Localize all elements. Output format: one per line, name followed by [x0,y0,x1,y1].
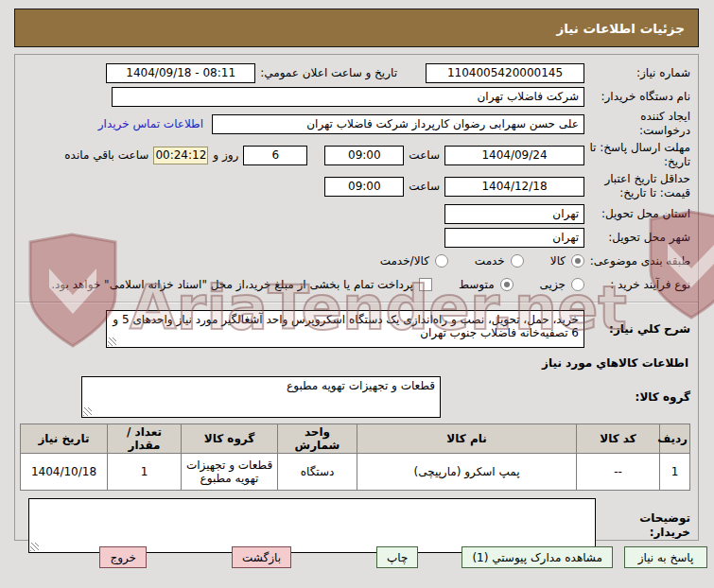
buyer-notes-label: توضیحات خریدار: [596,511,690,540]
cell-need-date: 1404/10/18 [21,454,108,491]
cell-product-code: -- [577,454,660,491]
row-request-creator: ایجاد کننده درخواست: اطلاعات تماس خریدار [23,110,690,138]
radio-service-label: خدمت [475,254,505,268]
page-title-text: جزئیات اطلاعات نیاز [556,21,685,36]
cell-product-name: پمپ اسکرو (مارپیچی) [357,454,577,491]
price-validity-label: حداقل تاریخ اعتبار قیمت: تا تاریخ: [584,172,690,200]
cell-quantity: 1 [108,454,182,491]
row-buyer-org: نام دستگاه خریدار: [23,86,690,107]
col-quantity: تعداد / مقدار [108,424,182,454]
need-info-panel: شماره نیاز: تاریخ و ساعت اعلان عمومي: نا… [14,54,699,541]
cell-row-number: 1 [660,454,690,491]
view-attachments-button[interactable]: مشاهده مدارک پیوستي (1) [461,546,613,568]
price-validity-date-field[interactable] [444,177,584,197]
resize-grip-icon[interactable] [83,407,92,416]
city-field[interactable] [444,228,584,248]
row-buyer-notes: توضیحات خریدار: [23,498,690,553]
table-row[interactable]: 1 -- پمپ اسکرو (مارپیچی) دستگاه قطعات و … [21,454,690,491]
city-label: شهر محل تحویل: [584,231,690,245]
buyer-org-field[interactable] [112,87,584,107]
price-validity-time-field[interactable] [324,177,404,197]
col-row-number: ردیف [660,424,690,454]
announce-datetime-label: تاریخ و ساعت اعلان عمومي: [260,66,397,79]
general-desc-label: شرح کلي نیاز: [584,322,690,337]
exit-button[interactable]: خروج [99,546,147,568]
row-province: استان محل تحویل: [23,203,690,224]
col-need-date: تاریخ نیاز [21,424,108,454]
classification-label: طبقه بندی موضوعی: [584,254,690,268]
page-title: جزئیات اطلاعات نیاز [14,9,699,47]
col-product-group: گروه کالا [182,424,278,454]
cell-product-group: قطعات و تجهیزات تهویه مطبوع [182,454,278,491]
announce-datetime-field[interactable] [106,63,255,83]
resize-grip-icon[interactable] [108,337,116,346]
footer-actions: پاسخ به نیاز مشاهده مدارک پیوستي (1) چاپ… [7,546,707,568]
buyer-contact-link[interactable]: اطلاعات تماس خریدار [98,117,203,130]
respond-to-need-button[interactable]: پاسخ به نیاز [624,546,707,568]
countdown-label: ساعت باقي مانده [64,148,148,162]
radio-partial[interactable] [571,278,584,291]
response-deadline-label: مهلت ارسال پاسخ: تا تاریخ: [584,141,690,169]
province-field[interactable] [444,204,584,224]
radio-medium[interactable] [500,278,514,291]
need-number-field[interactable] [426,63,584,83]
treasury-docs-label: پرداخت تمام یا بخشی از مبلغ خرید،از محل … [51,278,413,291]
process-type-label: نوع فرآیند خرید : [584,278,690,292]
row-process-type: نوع فرآیند خرید : جزیی متوسط پرداخت تمام… [23,274,690,295]
radio-medium-label: متوسط [459,278,495,291]
row-product-group: گروه کالا: قطعات و تجهیزات تهویه مطبوع [23,376,690,418]
radio-partial-label: جزیی [540,278,566,291]
radio-service[interactable] [511,254,524,268]
row-general-desc: شرح کلي نیاز: خرید، حمل، تحویل، نصب و را… [23,310,690,348]
goods-section-title: اطلاعات کالاهاي مورد نیاز [23,356,688,370]
buyer-org-label: نام دستگاه خریدار: [584,90,690,104]
row-classification: طبقه بندی موضوعی: کالا خدمت کالا/خدمت [23,251,690,271]
province-label: استان محل تحویل: [584,207,690,221]
radio-goods-label: کالا [550,254,566,268]
need-number-label: شماره نیاز: [584,66,690,80]
days-remaining-label: روز و [213,148,238,162]
radio-goods[interactable] [571,254,584,268]
row-price-validity: حداقل تاریخ اعتبار قیمت: تا تاریخ: ساعت [23,172,690,200]
product-group-label: گروه کالا: [584,390,690,405]
response-deadline-time-field[interactable] [324,146,404,165]
radio-goods-service[interactable] [435,254,448,268]
radio-goods-service-label: کالا/خدمت [380,254,429,268]
buyer-notes-textarea[interactable] [28,498,596,553]
treasury-docs-checkbox[interactable] [419,278,432,291]
goods-table: ردیف کد کالا نام کالا واحد شمارش گروه کا… [20,424,690,491]
response-deadline-hour-label: ساعت [409,148,440,162]
price-validity-hour-label: ساعت [409,180,440,193]
back-button[interactable]: بازگشت [232,546,291,568]
section-divider [15,302,698,303]
request-creator-field[interactable] [212,114,584,134]
row-response-deadline: مهلت ارسال پاسخ: تا تاریخ: ساعت روز و 00… [23,141,690,169]
response-deadline-date-field[interactable] [444,146,584,165]
row-need-number: شماره نیاز: تاریخ و ساعت اعلان عمومي: [23,62,690,83]
cell-count-unit: دستگاه [278,454,357,491]
goods-table-header-row: ردیف کد کالا نام کالا واحد شمارش گروه کا… [21,424,690,454]
col-product-code: کد کالا [577,424,660,454]
days-remaining-field[interactable] [243,146,307,165]
need-details-page: { "title": "جزئیات اطلاعات نیاز", "water… [0,0,714,588]
col-count-unit: واحد شمارش [278,424,357,454]
countdown-timer: 00:24:12 [153,147,208,164]
request-creator-label: ایجاد کننده درخواست: [584,110,690,138]
product-group-box[interactable]: قطعات و تجهیزات تهویه مطبوع [81,376,441,418]
row-city: شهر محل تحویل: [23,227,690,248]
general-desc-textarea[interactable]: خرید، حمل، تحویل، نصب و راه‌اندازی یک دس… [106,310,584,348]
print-button[interactable]: چاپ [376,546,418,568]
col-product-name: نام کالا [357,424,577,454]
